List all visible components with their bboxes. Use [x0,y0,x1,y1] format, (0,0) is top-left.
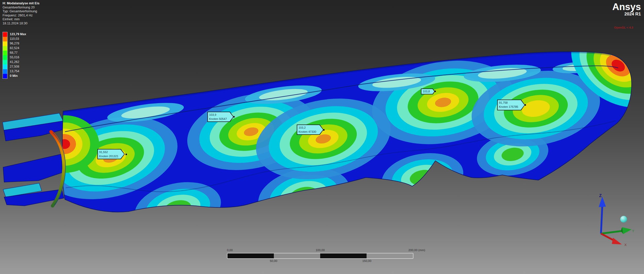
legend-swatch [3,69,7,74]
ansys-logo: Ansys [612,2,641,12]
legend-swatch [3,46,7,51]
probe-anchor-dot [125,154,127,155]
legend-label: 82,524 [10,46,26,50]
tube-left-fins [3,113,65,206]
probe-anchor-dot [434,91,436,92]
ansys-viewport[interactable]: Z Y X H: Modalanalyse mit Eis Gesamtverf… [0,0,644,274]
legend-label: 110,03 [10,37,26,41]
result-unit: Einheit: mm [3,17,39,22]
brand-block: Ansys 2024 R1 [612,2,641,16]
probe-node: Knoten 47330 [299,130,316,133]
probe-annotation[interactable]: 103,8 [421,89,435,94]
x-axis-arrow [612,238,622,244]
ansys-version: 2024 R1 [612,12,641,16]
legend-swatch [3,32,7,37]
legend-label-max: 123,79 Max [10,32,26,37]
ruler-label-200: 200,00 (mm) [408,249,425,252]
legend-swatch [3,74,7,78]
z-axis-arrow [599,197,606,207]
probe-annotation[interactable]: 91,758 Knoten 175785 [497,100,525,110]
probe-annotation[interactable]: 103,9 Knoten 50547 [207,112,234,122]
legend-swatch [3,41,7,46]
ruler-bar [227,253,413,259]
legend-swatch [3,55,7,60]
x-axis-label: X [624,243,627,247]
legend-colorbar [3,32,7,79]
contour-legend: 123,79 Max 110,03 96,278 82,524 68,77 55… [3,32,26,79]
legend-label: 96,278 [10,41,26,46]
ruler-label-100: 100,00 [316,249,325,252]
ruler-label-150: 150,00 [362,259,371,262]
probe-annotation[interactable]: 91,552 Knoten 201321 [97,149,125,159]
triad[interactable]: Z Y X [599,193,634,247]
legend-swatch [3,37,7,41]
ruler-bottom-labels: 50,00 150,00 [227,259,413,263]
legend-label: 27,508 [10,64,26,69]
probe-value: 103,8 [423,90,430,93]
legend-swatch [3,65,7,69]
probe-value: 91,552 [99,151,108,154]
scale-ruler: 0,00 100,00 200,00 (mm) 50,00 150,00 [227,249,413,263]
y-axis-arrow [622,227,632,234]
legend-label-min: 0 Min [10,74,26,78]
probe-annotation[interactable]: 103,2 Knoten 47330 [297,125,324,135]
probe-node: Knoten 175785 [499,105,518,108]
z-axis-label: Z [599,193,602,198]
probe-anchor-dot [233,116,235,118]
isometric-ball[interactable] [620,216,627,223]
legend-label: 13,754 [10,69,26,74]
legend-labels: 123,79 Max 110,03 96,278 82,524 68,77 55… [10,32,26,79]
legend-label: 41,262 [10,60,26,64]
legend-swatch [3,60,7,65]
opengl-warning: OpenGL < 4.3 [614,26,633,29]
analysis-title: H: Modalanalyse mit Eis [3,2,39,6]
ruler-label-0: 0,00 [227,249,233,252]
probe-value: 91,758 [499,101,508,104]
probe-anchor-dot [323,129,325,131]
ruler-label-50: 50,00 [270,259,277,262]
legend-swatch [3,51,7,55]
result-name: Gesamtverformung 20 [3,6,39,10]
model-3d-view[interactable]: Z Y X [0,0,644,274]
probe-node: Knoten 50547 [209,117,227,120]
legend-label: 55,016 [10,55,26,60]
probe-anchor-dot [524,104,526,106]
y-axis-label: Y [632,229,634,233]
probe-value: 103,9 [209,113,216,116]
result-timestamp: 18.11.2024 18:30 [3,22,39,26]
result-frequency: Frequenz: 2601,4 Hz [3,14,39,18]
legend-label: 68,77 [10,50,26,55]
probe-node: Knoten 201321 [99,155,118,158]
ruler-top-labels: 0,00 100,00 200,00 (mm) [227,249,413,253]
probe-value: 103,2 [299,126,306,129]
result-info-block: H: Modalanalyse mit Eis Gesamtverformung… [3,2,39,25]
result-type: Typ: Gesamtverformung [3,10,39,14]
